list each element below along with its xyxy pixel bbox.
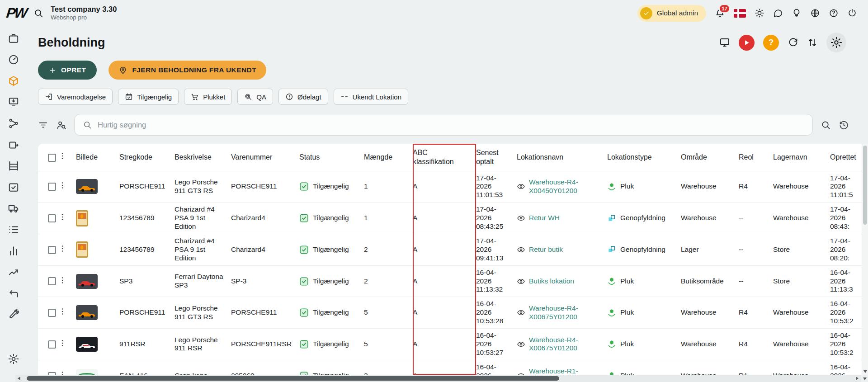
row-checkbox[interactable] — [48, 214, 56, 222]
scroll-left-arrow[interactable] — [18, 377, 20, 380]
horizontal-scrollbar-thumb[interactable] — [27, 376, 559, 381]
table-settings-button[interactable] — [826, 33, 846, 52]
column-header[interactable]: Status — [299, 144, 364, 171]
column-header[interactable]: ABC klassifikation — [413, 144, 476, 171]
admin-role-pill[interactable]: Global admin — [637, 5, 706, 22]
column-header[interactable]: Lokationstype — [607, 144, 681, 171]
sort-button[interactable] — [807, 37, 818, 48]
sidebar-item-dashboard[interactable] — [8, 54, 19, 66]
sidebar-item-integrations[interactable] — [8, 118, 19, 129]
sidebar-item-statistics[interactable] — [8, 245, 19, 257]
product-image[interactable] — [76, 274, 98, 289]
eye-icon[interactable] — [517, 182, 525, 191]
filter-chip[interactable]: Ukendt Lokation — [334, 89, 408, 105]
row-menu-button[interactable] — [58, 212, 67, 222]
location-link[interactable]: Warehouse-R4-X00675Y01200 — [529, 336, 601, 353]
eye-icon[interactable] — [517, 372, 525, 375]
column-header[interactable]: Reol — [739, 144, 773, 171]
sidebar-item-settings[interactable] — [8, 353, 19, 365]
app-logo[interactable]: PW — [5, 5, 27, 21]
column-header[interactable]: Stregkode — [119, 144, 175, 171]
filter-chip[interactable]: Tilgængelig — [118, 89, 179, 105]
eye-icon[interactable] — [517, 308, 525, 317]
sidebar-item-outbound[interactable] — [8, 139, 19, 151]
product-image[interactable] — [76, 210, 88, 226]
refresh-button[interactable] — [788, 37, 798, 48]
row-menu-button[interactable] — [58, 339, 67, 348]
advanced-search-icon[interactable] — [821, 120, 831, 130]
product-image[interactable] — [76, 305, 98, 320]
row-menu-button[interactable] — [58, 276, 67, 285]
remove-unknown-stock-button[interactable]: FJERN BEHOLDNING FRA UKENDT — [108, 61, 266, 80]
column-header[interactable]: Billede — [76, 144, 119, 171]
row-menu-button[interactable] — [58, 370, 67, 375]
filter-chip[interactable]: QA — [237, 89, 273, 105]
location-link[interactable]: Retur WH — [529, 214, 560, 222]
eye-icon[interactable] — [517, 214, 525, 222]
sidebar-item-locations[interactable] — [8, 160, 19, 172]
quick-search-input[interactable] — [98, 121, 804, 129]
filter-icon[interactable] — [38, 120, 48, 130]
product-image[interactable] — [76, 241, 88, 258]
eye-icon[interactable] — [517, 340, 525, 349]
location-link[interactable]: Warehouse-R4-X00450Y01200 — [529, 178, 601, 195]
sidebar-item-terminal[interactable] — [8, 96, 19, 108]
row-checkbox[interactable] — [48, 183, 56, 191]
sidebar-item-goods-receipt[interactable] — [8, 181, 19, 193]
row-menu-button[interactable] — [58, 244, 67, 253]
theme-toggle-icon[interactable] — [755, 8, 764, 18]
notifications-button[interactable]: 17 — [715, 8, 725, 19]
vertical-scrollbar-thumb[interactable] — [863, 146, 867, 225]
sidebar-item-cases[interactable] — [8, 33, 19, 44]
scroll-right-arrow[interactable] — [856, 377, 859, 380]
quick-help-button[interactable]: ? — [763, 35, 779, 51]
row-checkbox[interactable] — [48, 340, 56, 349]
whats-new-icon[interactable] — [792, 8, 802, 18]
product-image[interactable] — [76, 179, 98, 194]
horizontal-scrollbar[interactable] — [15, 375, 861, 382]
person-search-icon[interactable] — [56, 120, 66, 130]
eye-icon[interactable] — [517, 277, 525, 286]
sidebar-item-returns[interactable] — [8, 288, 19, 299]
language-flag-denmark[interactable] — [734, 9, 746, 18]
column-header[interactable]: Lagernavn — [773, 144, 830, 171]
community-icon[interactable] — [810, 8, 820, 18]
column-header[interactable]: Beskrivelse — [175, 144, 231, 171]
header-menu-button[interactable] — [58, 151, 67, 160]
sidebar-item-shipping[interactable] — [8, 203, 19, 214]
filter-chip[interactable]: Plukket — [184, 89, 232, 105]
location-link[interactable]: Warehouse-R4-X00675Y01200 — [529, 304, 601, 321]
column-header[interactable]: Senest optalt — [476, 144, 517, 171]
column-header[interactable]: Varenummer — [231, 144, 299, 171]
chat-icon[interactable] — [773, 8, 783, 18]
global-search-icon[interactable] — [33, 8, 43, 18]
eye-icon[interactable] — [517, 245, 525, 254]
row-checkbox[interactable] — [48, 246, 56, 254]
scroll-corner-arrow[interactable] — [863, 377, 867, 380]
location-link[interactable]: Warehouse-R1-X00000Y01600 — [529, 367, 601, 375]
search-history-icon[interactable] — [839, 120, 849, 130]
create-button[interactable]: OPRET — [38, 61, 97, 80]
column-header[interactable]: Mængde — [364, 144, 413, 171]
help-icon[interactable] — [829, 8, 839, 18]
vertical-scrollbar[interactable] — [862, 144, 868, 375]
column-header[interactable]: Område — [681, 144, 739, 171]
row-checkbox[interactable] — [48, 277, 56, 285]
row-menu-button[interactable] — [58, 307, 67, 316]
filter-chip[interactable]: Varemodtagelse — [38, 89, 113, 105]
row-checkbox[interactable] — [48, 309, 56, 317]
row-menu-button[interactable] — [58, 181, 67, 190]
logout-icon[interactable] — [847, 8, 857, 18]
location-link[interactable]: Retur butik — [529, 245, 563, 254]
select-all-checkbox[interactable] — [48, 154, 56, 162]
product-image[interactable] — [76, 337, 98, 352]
sidebar-item-orders[interactable] — [8, 224, 19, 236]
sidebar-item-tools[interactable] — [8, 309, 19, 321]
sidebar-item-inventory[interactable] — [8, 75, 19, 87]
column-header[interactable]: Lokationsnavn — [517, 144, 607, 171]
display-button[interactable] — [719, 37, 730, 48]
video-guide-button[interactable] — [739, 35, 755, 51]
scroll-down-arrow[interactable] — [863, 370, 867, 373]
filter-chip[interactable]: Ødelagt — [278, 89, 328, 105]
location-link[interactable]: Butiks lokation — [529, 277, 574, 286]
